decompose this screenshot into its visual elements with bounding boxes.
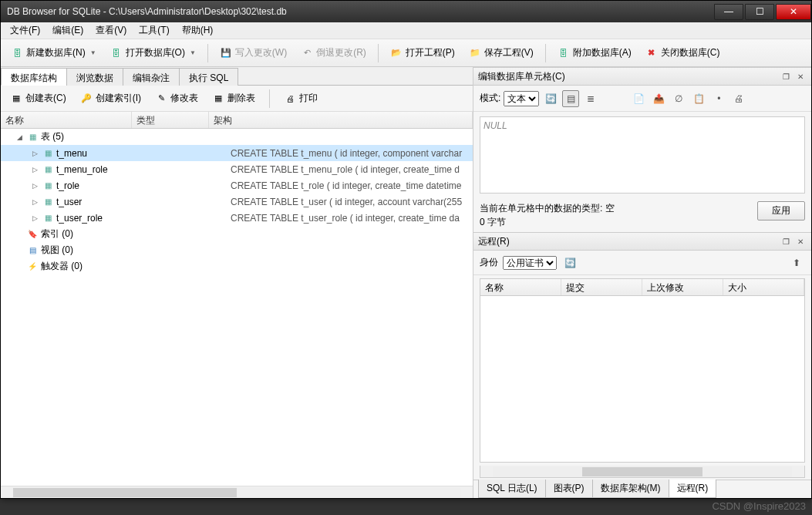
index-add-icon: 🔑	[80, 93, 93, 105]
tab-remote-btm[interactable]: 远程(R)	[669, 480, 717, 498]
refresh-icon[interactable]: 🔄	[561, 254, 578, 271]
chevron-down-icon: ▼	[90, 49, 96, 56]
create-table-button[interactable]: ▦创建表(C)	[7, 90, 69, 106]
expander-icon[interactable]: ▷	[30, 150, 39, 157]
undock-icon[interactable]: ❐	[780, 236, 792, 247]
expander-icon[interactable]: ▷	[30, 214, 39, 222]
undock-icon[interactable]: ❐	[780, 71, 792, 82]
table-group-icon: ▦	[26, 131, 39, 143]
watermark: CSDN @Inspire2023	[712, 500, 806, 512]
tree-table-row[interactable]: ▷▦t_user_roleCREATE TABLE t_user_role ( …	[1, 210, 473, 226]
remote-panel-title: 远程(R) ❐ ✕	[473, 232, 811, 251]
mode-select[interactable]: 文本	[504, 91, 539, 106]
close-panel-icon[interactable]: ✕	[794, 71, 807, 82]
table-icon: ▦	[42, 212, 54, 224]
tree-table-row[interactable]: ▷▦t_menuCREATE TABLE t_menu ( id integer…	[1, 145, 473, 161]
tab-sql[interactable]: 执行 SQL	[179, 68, 238, 86]
new-database-button[interactable]: 🗄新建数据库(N)▼	[5, 43, 102, 62]
menu-edit[interactable]: 编辑(E)	[46, 22, 89, 39]
identity-select[interactable]: 公用证书	[503, 256, 557, 270]
delete-table-button[interactable]: ▦删除表	[209, 90, 258, 106]
close-database-button[interactable]: 关闭数据库(C)	[640, 43, 726, 62]
print-icon: 🖨	[284, 93, 296, 105]
remote-col-size[interactable]: 大小	[723, 279, 804, 295]
tab-plot[interactable]: 图表(P)	[545, 480, 593, 498]
delete-icon: ▦	[212, 93, 224, 105]
dot-icon[interactable]: •	[710, 90, 727, 107]
menu-view[interactable]: 查看(V)	[89, 22, 133, 39]
close-window-button[interactable]: ✕	[776, 4, 811, 20]
expander-icon[interactable]: ▷	[30, 198, 39, 206]
menubar: 文件(F) 编辑(E) 查看(V) 工具(T) 帮助(H)	[1, 22, 811, 39]
remote-col-commit[interactable]: 提交	[561, 279, 642, 295]
import-icon[interactable]: 📄	[630, 90, 647, 107]
remote-col-name[interactable]: 名称	[480, 279, 561, 295]
tree-node-indexes[interactable]: 🔖索引 (0)	[1, 226, 473, 242]
edit-icon: ✎	[155, 93, 167, 105]
minimize-button[interactable]: —	[714, 4, 743, 20]
save-project-button[interactable]: 📁保存工程(V)	[463, 43, 539, 62]
write-changes-button[interactable]: 💾写入更改(W)	[214, 43, 292, 62]
tab-schema-btm[interactable]: 数据库架构(M)	[592, 480, 669, 498]
text-mode-icon[interactable]: ▤	[562, 90, 579, 107]
col-schema[interactable]: 架构	[209, 112, 473, 128]
folder-save-icon: 📁	[469, 47, 481, 59]
toolbar-separator	[207, 44, 208, 62]
create-index-button[interactable]: 🔑创建索引(I)	[77, 90, 144, 106]
push-icon[interactable]: ⬆	[788, 254, 805, 271]
table-icon: ▦	[42, 147, 54, 160]
tree-table-row[interactable]: ▷▦t_menu_roleCREATE TABLE t_menu_role ( …	[1, 161, 473, 177]
tree-node-views[interactable]: ▤视图 (0)	[1, 242, 473, 258]
modify-table-button[interactable]: ✎修改表	[152, 90, 201, 106]
tree-header: 名称 类型 架构	[1, 112, 473, 129]
expander-icon[interactable]: ▷	[30, 182, 39, 190]
mode-label: 模式:	[480, 92, 500, 105]
remote-list[interactable]	[480, 295, 805, 463]
tree-table-row[interactable]: ▷▦t_userCREATE TABLE t_user ( id integer…	[1, 194, 473, 210]
tab-log[interactable]: SQL 日志(L)	[478, 480, 546, 498]
print-button[interactable]: 🖨打印	[281, 90, 321, 106]
export-icon[interactable]: 📤	[650, 90, 667, 107]
horizontal-scrollbar[interactable]	[1, 486, 473, 498]
print-cell-icon[interactable]: 🖨	[730, 90, 747, 107]
tree-node-triggers[interactable]: ⚡触发器 (0)	[1, 258, 473, 274]
cell-info: 当前在单元格中的数据的类型: 空 0 字节 应用	[473, 198, 811, 232]
indent-icon[interactable]: ≣	[582, 90, 599, 107]
menu-tools[interactable]: 工具(T)	[133, 22, 175, 39]
identity-label: 身份	[480, 256, 498, 269]
expander-icon[interactable]: ◢	[15, 133, 24, 141]
null-icon[interactable]: ∅	[670, 90, 687, 107]
table-icon: ▦	[42, 180, 54, 192]
open-project-button[interactable]: 📂打开工程(P)	[385, 43, 460, 62]
menu-file[interactable]: 文件(F)	[4, 22, 46, 39]
attach-database-button[interactable]: 🗄附加数据库(A)	[552, 43, 637, 62]
tab-browse[interactable]: 浏览数据	[66, 68, 123, 86]
col-type[interactable]: 类型	[132, 112, 209, 128]
expander-icon[interactable]: ▷	[30, 166, 39, 173]
close-panel-icon[interactable]: ✕	[794, 236, 807, 247]
main-toolbar: 🗄新建数据库(N)▼ 🗄打开数据库(O)▼ 💾写入更改(W) ↶倒退更改(R) …	[1, 39, 811, 67]
tree-table-row[interactable]: ▷▦t_roleCREATE TABLE t_role ( id integer…	[1, 177, 473, 194]
menu-help[interactable]: 帮助(H)	[176, 22, 220, 39]
col-name[interactable]: 名称	[1, 112, 132, 128]
remote-col-lastmod[interactable]: 上次修改	[642, 279, 723, 295]
toolbar-separator	[269, 89, 270, 108]
cell-type-label: 当前在单元格中的数据的类型: 空	[480, 201, 757, 215]
cell-value-editor[interactable]: NULL	[480, 116, 805, 194]
folder-open-icon: 📂	[390, 47, 403, 59]
auto-switch-icon[interactable]: 🔄	[542, 90, 559, 107]
apply-button[interactable]: 应用	[757, 201, 805, 220]
maximize-button[interactable]: ☐	[745, 4, 774, 20]
schema-tree[interactable]: ◢▦表 (5) ▷▦t_menuCREATE TABLE t_menu ( id…	[1, 129, 473, 486]
open-database-button[interactable]: 🗄打开数据库(O)▼	[105, 43, 201, 62]
tree-node-tables[interactable]: ◢▦表 (5)	[1, 129, 473, 145]
tab-pragma[interactable]: 编辑杂注	[123, 68, 180, 86]
window-title: DB Browser for SQLite - C:\Users\Adminis…	[7, 6, 713, 17]
revert-changes-button[interactable]: ↶倒退更改(R)	[295, 43, 372, 62]
tab-structure[interactable]: 数据库结构	[1, 68, 67, 86]
table-add-icon: ▦	[10, 93, 22, 105]
table-icon: ▦	[42, 163, 54, 176]
structure-toolbar: ▦创建表(C) 🔑创建索引(I) ✎修改表 ▦删除表 🖨打印	[1, 86, 473, 112]
remote-scrollbar[interactable]	[480, 466, 805, 478]
insert-icon[interactable]: 📋	[690, 90, 707, 107]
